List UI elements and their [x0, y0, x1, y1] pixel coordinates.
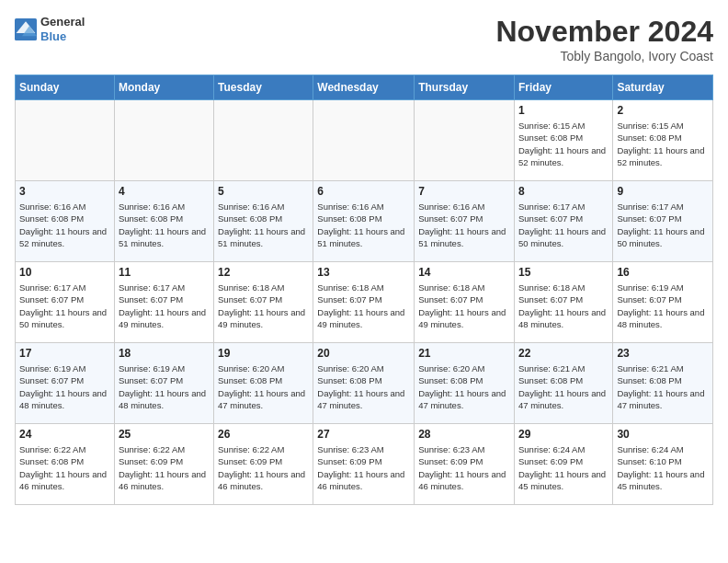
day-info: Sunrise: 6:21 AMSunset: 6:08 PMDaylight:…	[617, 362, 709, 411]
day-info: Sunrise: 6:17 AMSunset: 6:07 PMDaylight:…	[617, 201, 709, 249]
calendar-week-row: 24Sunrise: 6:22 AMSunset: 6:08 PMDayligh…	[16, 424, 713, 505]
page-header: General Blue November 2024 Tobly Bangolo…	[15, 15, 713, 63]
calendar-cell: 24Sunrise: 6:22 AMSunset: 6:08 PMDayligh…	[16, 424, 115, 505]
day-info: Sunrise: 6:16 AMSunset: 6:08 PMDaylight:…	[218, 201, 309, 249]
day-number: 19	[218, 347, 309, 360]
day-number: 4	[119, 185, 210, 198]
calendar-week-row: 10Sunrise: 6:17 AMSunset: 6:07 PMDayligh…	[16, 262, 713, 343]
day-info: Sunrise: 6:16 AMSunset: 6:08 PMDaylight:…	[119, 201, 210, 249]
day-number: 15	[518, 266, 609, 279]
day-number: 12	[218, 266, 309, 279]
day-number: 27	[317, 428, 410, 441]
calendar-cell: 12Sunrise: 6:18 AMSunset: 6:07 PMDayligh…	[214, 262, 313, 343]
day-info: Sunrise: 6:16 AMSunset: 6:08 PMDaylight:…	[317, 201, 410, 249]
logo-text: General Blue	[40, 15, 85, 43]
day-info: Sunrise: 6:15 AMSunset: 6:08 PMDaylight:…	[617, 120, 709, 168]
day-number: 2	[617, 104, 709, 117]
day-info: Sunrise: 6:22 AMSunset: 6:09 PMDaylight:…	[119, 443, 210, 492]
calendar-cell: 17Sunrise: 6:19 AMSunset: 6:07 PMDayligh…	[16, 343, 115, 424]
day-info: Sunrise: 6:20 AMSunset: 6:08 PMDaylight:…	[418, 362, 510, 411]
day-number: 20	[317, 347, 410, 360]
calendar-body: 1Sunrise: 6:15 AMSunset: 6:08 PMDaylight…	[16, 100, 713, 505]
day-info: Sunrise: 6:19 AMSunset: 6:07 PMDaylight:…	[119, 362, 210, 411]
day-number: 26	[218, 428, 309, 441]
title-area: November 2024 Tobly Bangolo, Ivory Coast	[495, 15, 713, 63]
calendar-cell: 3Sunrise: 6:16 AMSunset: 6:08 PMDaylight…	[16, 181, 115, 262]
day-info: Sunrise: 6:18 AMSunset: 6:07 PMDaylight:…	[317, 282, 410, 330]
day-info: Sunrise: 6:18 AMSunset: 6:07 PMDaylight:…	[418, 282, 510, 330]
calendar-week-row: 3Sunrise: 6:16 AMSunset: 6:08 PMDaylight…	[16, 181, 713, 262]
calendar-cell: 16Sunrise: 6:19 AMSunset: 6:07 PMDayligh…	[613, 262, 713, 343]
day-number: 3	[19, 185, 110, 198]
calendar-cell: 13Sunrise: 6:18 AMSunset: 6:07 PMDayligh…	[313, 262, 415, 343]
weekday-header: Friday	[514, 75, 612, 100]
calendar-cell: 7Sunrise: 6:16 AMSunset: 6:07 PMDaylight…	[415, 181, 515, 262]
weekday-header: Saturday	[613, 75, 713, 100]
calendar-cell	[214, 100, 313, 181]
weekday-header-row: SundayMondayTuesdayWednesdayThursdayFrid…	[16, 75, 713, 100]
calendar-cell: 6Sunrise: 6:16 AMSunset: 6:08 PMDaylight…	[313, 181, 415, 262]
calendar-cell: 26Sunrise: 6:22 AMSunset: 6:09 PMDayligh…	[214, 424, 313, 505]
logo-line1: General	[40, 15, 85, 29]
day-number: 30	[617, 428, 709, 441]
day-info: Sunrise: 6:21 AMSunset: 6:08 PMDaylight:…	[518, 362, 609, 411]
day-info: Sunrise: 6:17 AMSunset: 6:07 PMDaylight:…	[518, 201, 609, 249]
calendar-cell	[313, 100, 415, 181]
calendar-cell: 28Sunrise: 6:23 AMSunset: 6:09 PMDayligh…	[415, 424, 515, 505]
day-number: 17	[19, 347, 110, 360]
day-info: Sunrise: 6:22 AMSunset: 6:09 PMDaylight:…	[218, 443, 309, 492]
day-number: 5	[218, 185, 309, 198]
weekday-header: Thursday	[415, 75, 515, 100]
day-number: 23	[617, 347, 709, 360]
day-info: Sunrise: 6:19 AMSunset: 6:07 PMDaylight:…	[617, 282, 709, 330]
day-info: Sunrise: 6:15 AMSunset: 6:08 PMDaylight:…	[518, 120, 609, 168]
day-info: Sunrise: 6:23 AMSunset: 6:09 PMDaylight:…	[317, 443, 410, 492]
weekday-header: Monday	[114, 75, 213, 100]
day-number: 16	[617, 266, 709, 279]
calendar-cell: 10Sunrise: 6:17 AMSunset: 6:07 PMDayligh…	[16, 262, 115, 343]
calendar-table: SundayMondayTuesdayWednesdayThursdayFrid…	[15, 75, 713, 505]
weekday-header: Tuesday	[214, 75, 313, 100]
day-info: Sunrise: 6:16 AMSunset: 6:08 PMDaylight:…	[19, 201, 110, 249]
day-info: Sunrise: 6:18 AMSunset: 6:07 PMDaylight:…	[218, 282, 309, 330]
day-number: 22	[518, 347, 609, 360]
weekday-header: Wednesday	[313, 75, 415, 100]
calendar-cell: 9Sunrise: 6:17 AMSunset: 6:07 PMDaylight…	[613, 181, 713, 262]
calendar-cell: 20Sunrise: 6:20 AMSunset: 6:08 PMDayligh…	[313, 343, 415, 424]
calendar-week-row: 1Sunrise: 6:15 AMSunset: 6:08 PMDaylight…	[16, 100, 713, 181]
day-info: Sunrise: 6:17 AMSunset: 6:07 PMDaylight:…	[119, 282, 210, 330]
day-number: 8	[518, 185, 609, 198]
calendar-cell: 30Sunrise: 6:24 AMSunset: 6:10 PMDayligh…	[613, 424, 713, 505]
day-number: 14	[418, 266, 510, 279]
calendar-cell: 5Sunrise: 6:16 AMSunset: 6:08 PMDaylight…	[214, 181, 313, 262]
location: Tobly Bangolo, Ivory Coast	[495, 49, 713, 63]
day-info: Sunrise: 6:20 AMSunset: 6:08 PMDaylight:…	[317, 362, 410, 411]
day-info: Sunrise: 6:20 AMSunset: 6:08 PMDaylight:…	[218, 362, 309, 411]
logo-icon	[15, 18, 37, 40]
calendar-cell	[16, 100, 115, 181]
day-number: 11	[119, 266, 210, 279]
logo-line2: Blue	[40, 29, 85, 44]
day-number: 18	[119, 347, 210, 360]
day-info: Sunrise: 6:18 AMSunset: 6:07 PMDaylight:…	[518, 282, 609, 330]
day-number: 9	[617, 185, 709, 198]
day-number: 13	[317, 266, 410, 279]
month-title: November 2024	[495, 15, 713, 49]
day-info: Sunrise: 6:23 AMSunset: 6:09 PMDaylight:…	[418, 443, 510, 492]
calendar-cell	[415, 100, 515, 181]
day-number: 6	[317, 185, 410, 198]
calendar-week-row: 17Sunrise: 6:19 AMSunset: 6:07 PMDayligh…	[16, 343, 713, 424]
calendar-cell: 19Sunrise: 6:20 AMSunset: 6:08 PMDayligh…	[214, 343, 313, 424]
day-number: 7	[418, 185, 510, 198]
calendar-cell: 11Sunrise: 6:17 AMSunset: 6:07 PMDayligh…	[114, 262, 213, 343]
calendar-cell: 29Sunrise: 6:24 AMSunset: 6:09 PMDayligh…	[514, 424, 612, 505]
calendar-cell: 21Sunrise: 6:20 AMSunset: 6:08 PMDayligh…	[415, 343, 515, 424]
weekday-header: Sunday	[16, 75, 115, 100]
calendar-cell: 23Sunrise: 6:21 AMSunset: 6:08 PMDayligh…	[613, 343, 713, 424]
calendar-cell: 25Sunrise: 6:22 AMSunset: 6:09 PMDayligh…	[114, 424, 213, 505]
day-info: Sunrise: 6:16 AMSunset: 6:07 PMDaylight:…	[418, 201, 510, 249]
day-info: Sunrise: 6:22 AMSunset: 6:08 PMDaylight:…	[19, 443, 110, 492]
day-info: Sunrise: 6:17 AMSunset: 6:07 PMDaylight:…	[19, 282, 110, 330]
logo: General Blue	[15, 15, 85, 43]
day-info: Sunrise: 6:24 AMSunset: 6:10 PMDaylight:…	[617, 443, 709, 492]
